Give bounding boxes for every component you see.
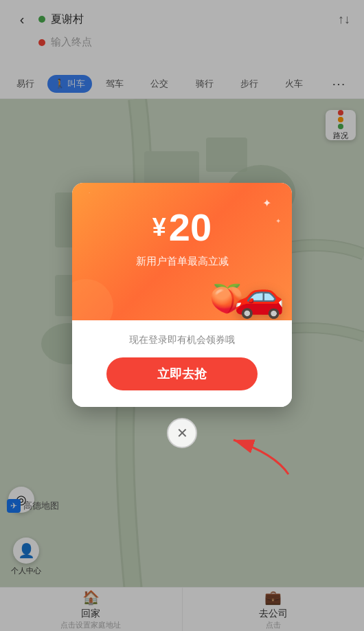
sparkle-icon-2: ✦: [275, 217, 281, 225]
deco-circle-1: [72, 279, 113, 320]
illustration-area: 🍑 🚗: [182, 265, 292, 320]
sparkle-icon-1: ✦: [262, 197, 271, 210]
amount-value: 20: [169, 205, 212, 250]
modal-overlay: ✦ ✦ · ¥ 20 新用户首单最高立减 🍑 🚗 现在登录即有机会领券哦 立即去…: [0, 0, 364, 631]
sparkle-icon-3: ·: [89, 190, 90, 196]
car-icon: 🚗: [234, 272, 285, 320]
currency-symbol: ¥: [152, 213, 166, 242]
modal-header: ✦ ✦ · ¥ 20 新用户首单最高立减 🍑 🚗: [72, 183, 292, 320]
promotion-modal: ✦ ✦ · ¥ 20 新用户首单最高立减 🍑 🚗 现在登录即有机会领券哦 立即去…: [72, 183, 292, 407]
modal-body: 现在登录即有机会领券哦 立即去抢: [72, 320, 292, 407]
close-icon: ✕: [177, 425, 188, 441]
cta-button[interactable]: 立即去抢: [106, 357, 258, 390]
modal-amount: ¥ 20: [89, 205, 275, 250]
modal-close-button[interactable]: ✕: [167, 418, 197, 448]
modal-description: 现在登录即有机会领券哦: [129, 334, 235, 346]
